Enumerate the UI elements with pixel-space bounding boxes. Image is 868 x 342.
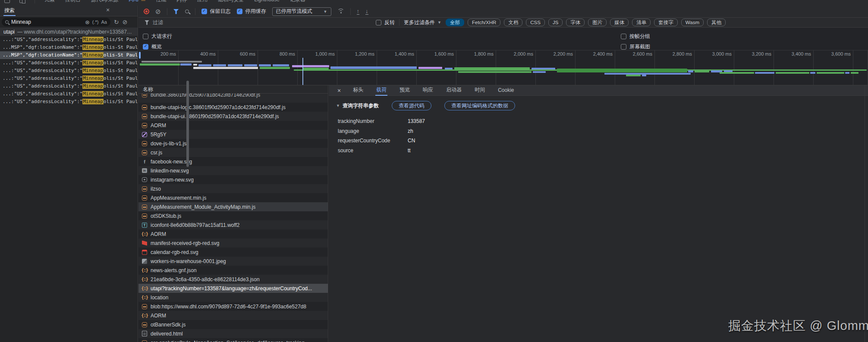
network-request-row[interactable]: manifest-received-rgb-red.svg (138, 238, 328, 248)
devtools-tab-元素[interactable]: 元素 (44, 0, 55, 6)
filter-chip-其他[interactable]: 其他 (707, 19, 726, 26)
preserve-log-checkbox[interactable]: 保留日志 (201, 8, 231, 15)
network-request-row[interactable]: AORM (138, 229, 328, 238)
network-request-row[interactable]: 21ea6bde-3c6a-4350-a8dc-e86228114de3.jso… (138, 275, 328, 284)
match-case-toggle[interactable]: Aa (101, 19, 107, 25)
filter-chip-全部[interactable]: 全部 (446, 19, 464, 26)
devtools-tab-源代码/来源[interactable]: 源代码/来源 (91, 0, 118, 6)
filter-chip-文档[interactable]: 文档 (504, 19, 522, 26)
details-tab-载荷[interactable]: 载荷 (375, 85, 387, 96)
network-request-row[interactable]: AppMeasurement.min.js (138, 193, 328, 202)
filter-chip-Wasm[interactable]: Wasm (681, 19, 704, 26)
filter-chip-Fetch/XHR[interactable]: Fetch/XHR (468, 19, 500, 26)
network-request-row[interactable]: iconfont-8e6d0b88b797ac15af11.woff2 (138, 220, 328, 229)
network-request-row[interactable]: otSDKStub.js (138, 211, 328, 220)
filter-chip-媒体[interactable]: 媒体 (610, 19, 629, 26)
network-request-row[interactable]: bundle-utapi-logic.38601f90d25907a1dc423… (138, 103, 328, 112)
request-list-scrollbar[interactable] (186, 81, 189, 167)
network-request-row[interactable]: AORM (138, 311, 328, 320)
devtools-tab-性能[interactable]: 性能 (156, 0, 166, 6)
details-tab-响应[interactable]: 响应 (422, 85, 434, 96)
search-result-row[interactable]: ...:"US","addressLocality":"Minneapolis/… (0, 90, 138, 98)
search-result-row[interactable]: ...:"US","addressLocality":"Minneapolis/… (0, 36, 138, 44)
request-name: bundle-utapi-logic.38601f90d25907a1dc423… (151, 104, 286, 110)
invert-filter-checkbox[interactable]: 反转 (376, 19, 395, 26)
filter-icon[interactable] (173, 9, 179, 14)
network-request-row[interactable]: dove-js-lib-v1.js (138, 139, 328, 148)
throttling-dropdown[interactable]: 已停用节流模式 ▼ (272, 7, 331, 16)
details-tab-预览[interactable]: 预览 (399, 85, 411, 96)
network-request-row[interactable]: csr.js (138, 148, 328, 157)
network-request-row[interactable]: instagram-new.svg (138, 175, 328, 184)
search-result-row[interactable]: ...:"US","addressLocality":"Minneapolis/… (0, 82, 138, 90)
network-request-row[interactable]: location (138, 293, 328, 302)
network-request-row[interactable]: facebook-new.svg (138, 157, 328, 166)
search-query[interactable]: Minneap (11, 19, 82, 25)
search-result-row[interactable]: ...MSP","dgf:locationName":"Minneapolis-… (0, 51, 138, 59)
close-details-icon[interactable]: × (337, 87, 341, 94)
search-result-row[interactable]: ...:"US","addressLocality":"Minneapolis/… (0, 59, 138, 67)
network-request-row[interactable]: blob:https://www.dhl.com/9079d897-72d6-4… (138, 302, 328, 311)
devtools-tab-内存[interactable]: 内存 (176, 0, 187, 6)
record-icon[interactable] (144, 9, 149, 14)
query-params-section-title[interactable]: ▼ 查询字符串参数 (336, 102, 379, 110)
details-tab-时间[interactable]: 时间 (474, 85, 486, 96)
clear-input-icon[interactable]: ⊗ (85, 19, 90, 25)
search-input[interactable]: Minneap ⊗ (.*) Aa (2, 18, 110, 26)
network-request-row[interactable]: bundle-utapi-ui.38601f90d25907a1dc423fd7… (138, 112, 328, 121)
network-request-row[interactable]: AORM (138, 121, 328, 130)
details-tab-Cookie[interactable]: Cookie (497, 85, 515, 96)
search-network-icon[interactable] (185, 9, 189, 13)
close-icon[interactable]: × (106, 6, 110, 13)
network-request-row[interactable]: linkedIn-new.svg (138, 166, 328, 175)
network-request-row[interactable]: utapi?trackingNumber=133587&language=zh&… (138, 284, 328, 293)
regex-toggle[interactable]: (.*) (92, 19, 99, 25)
details-scrollbar-track[interactable] (865, 85, 865, 342)
clear-network-log-icon[interactable]: ⊘ (155, 8, 161, 15)
name-column-header[interactable]: 名称 (138, 85, 328, 94)
more-filters-dropdown[interactable]: 更多过滤条件 ▼ (404, 19, 441, 26)
network-conditions-icon[interactable] (337, 9, 344, 14)
search-result-row[interactable]: ...:"US","addressLocality":"Minneapolis/… (0, 98, 138, 106)
network-overview[interactable]: 大请求行 概览 按帧分组 屏幕截图 200 ms400 ms600 ms800 … (138, 28, 868, 85)
search-result-row[interactable]: ...:"US","addressLocality":"Minneapolis/… (0, 75, 138, 82)
view-urlencoded-button[interactable]: 查看网址编码格式的数据 (444, 101, 515, 110)
view-source-button[interactable]: 查看源代码 (392, 101, 431, 110)
devtools-tab-控制台[interactable]: 控制台 (65, 0, 81, 6)
inspect-element-icon[interactable] (4, 0, 10, 3)
network-request-row[interactable]: delivered.html (138, 329, 328, 338)
clear-results-icon[interactable]: ⊘ (123, 19, 128, 25)
search-result-row[interactable]: ...:"US","addressLocality":"Minneapolis-… (0, 67, 138, 75)
filter-chip-JS[interactable]: JS (548, 19, 563, 26)
filter-chip-字体[interactable]: 字体 (566, 19, 585, 26)
network-request-row[interactable]: news-alerts.gnf.json (138, 266, 328, 275)
network-request-row[interactable]: workers-in-warehouse-0001.jpeg (138, 257, 328, 266)
devtools-tab-网络[interactable]: 网络⚠ (129, 0, 145, 6)
import-har-icon[interactable]: ↑ (357, 8, 360, 15)
network-request-row[interactable]: csr-analytics?rule=None&action=Set&servi… (138, 338, 328, 342)
export-har-icon[interactable]: ↓ (365, 8, 368, 15)
network-request-row[interactable]: 5Rg5Y (138, 130, 328, 139)
filter-input[interactable]: 过滤 (145, 19, 371, 26)
filter-chip-套接字[interactable]: 套接字 (654, 19, 678, 26)
network-request-row[interactable]: calendar-rgb-red.svg (138, 248, 328, 257)
devtools-tab-应用[interactable]: 应用 (197, 0, 208, 6)
devtools-tab-记录器[interactable]: 记录器 (290, 0, 305, 6)
network-request-row[interactable]: ilzso (138, 184, 328, 193)
network-request-row[interactable]: bundle.38601f90d25907a1dc423fd714e290df.… (138, 94, 328, 103)
filter-chip-CSS[interactable]: CSS (526, 19, 545, 26)
network-request-row[interactable]: AppMeasurement_Module_ActivityMap.min.js (138, 202, 328, 211)
search-result-file-header[interactable]: utapi — www.dhl.com/utapi?trackingNumber… (0, 28, 138, 36)
network-request-row[interactable]: otBannerSdk.js (138, 320, 328, 329)
details-tab-标头[interactable]: 标头 (352, 85, 364, 96)
details-tab-启动器[interactable]: 启动器 (445, 85, 462, 96)
timeline-drag-handle[interactable] (139, 52, 141, 59)
device-toolbar-icon[interactable] (19, 0, 25, 3)
refresh-icon[interactable]: ↻ (114, 19, 119, 25)
filter-chip-图片[interactable]: 图片 (588, 19, 607, 26)
filter-chip-清单[interactable]: 清单 (632, 19, 651, 26)
devtools-tab-隐私与安全[interactable]: 隐私与安全 (218, 0, 244, 6)
disable-cache-checkbox[interactable]: 停用缓存 (237, 8, 266, 15)
search-result-row[interactable]: ...MSP","dgf:locationName":"Minneapolis-… (0, 44, 138, 51)
devtools-tab-Lighthouse[interactable]: Lighthouse (254, 0, 280, 5)
